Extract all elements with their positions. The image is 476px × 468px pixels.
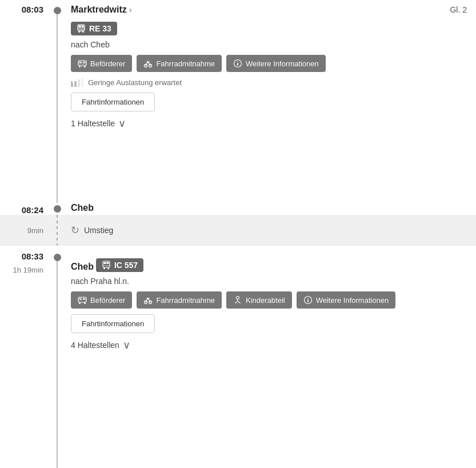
mid-section2 — [51, 251, 63, 468]
dest-praha: nach Praha hl.n. — [71, 277, 467, 286]
transfer-dashed-line — [57, 215, 58, 246]
halt-text-re33: 1 Haltestelle — [71, 119, 115, 128]
fahrrad-btn-ic557[interactable]: Fahrradmitnahme — [137, 291, 222, 309]
svg-rect-28 — [78, 64, 86, 65]
svg-point-34 — [149, 63, 150, 65]
dot-cheb-arr — [54, 205, 61, 213]
dot-08-03 — [54, 7, 61, 14]
svg-rect-21 — [78, 29, 85, 30]
svg-rect-38 — [71, 83, 73, 87]
load-label: Geringe Auslastung erwartet — [88, 78, 182, 87]
weitere-btn-re33-2[interactable]: Weitere Informationen — [226, 55, 326, 72]
svg-point-36 — [237, 61, 238, 62]
svg-point-48 — [107, 267, 109, 269]
time-left-08-03: 08:03 — [0, 5, 51, 203]
fahrt-btn-ic557[interactable]: Fahrtinformationen — [71, 314, 155, 333]
dot-08-33 — [54, 254, 61, 261]
transfer-time-col: 9min — [0, 215, 51, 246]
transfer-content: ↺ Umstieg — [63, 215, 476, 246]
info-icon-ic557 — [303, 295, 313, 305]
section-cheb-depart: 08:33 1h 19min Cheb IC 557 nach P — [0, 246, 476, 468]
svg-rect-26 — [79, 62, 82, 64]
ic557-label: IC 557 — [114, 261, 138, 270]
line-section1 — [57, 14, 58, 203]
btns-re33: Beförderer Fahrradmitnahme — [71, 55, 467, 72]
svg-point-52 — [79, 302, 81, 304]
station-cheb-arr: Cheb — [71, 203, 94, 213]
child-icon-ic557 — [233, 295, 242, 305]
weitere-label-re33: Weitere Informationen — [246, 59, 319, 68]
time-left-08-33: 08:33 1h 19min — [0, 251, 51, 468]
transfer-section: 9min ↺ Umstieg — [0, 215, 476, 246]
svg-rect-27 — [83, 62, 86, 64]
gl-2: Gl. 2 — [450, 5, 467, 14]
train-icon-ic557 — [102, 261, 111, 270]
fahrrad-label-re33: Fahrradmitnahme — [156, 59, 215, 68]
bus-icon-ic557 — [78, 295, 87, 305]
mid-cheb-arr — [51, 203, 63, 213]
fahrrad-ic557-label: Fahrradmitnahme — [156, 296, 215, 305]
kinder-btn-ic557[interactable]: Kinderabteil — [226, 291, 292, 309]
load-section: Geringe Auslastung erwartet — [71, 78, 467, 87]
svg-rect-37 — [237, 63, 238, 66]
svg-rect-45 — [106, 262, 109, 265]
svg-point-60 — [307, 298, 309, 299]
station-cheb-depart: Cheb — [71, 262, 94, 271]
svg-rect-61 — [307, 299, 309, 302]
arrow-marktredwitz: › — [129, 5, 132, 14]
station-marktredwitz: Marktredwitz — [71, 5, 127, 15]
svg-point-30 — [84, 66, 86, 67]
beförderer-label-re33: Beförderer — [90, 59, 125, 68]
time-left-08-24: 08:24 — [0, 203, 51, 215]
bus-icon-re33 — [78, 59, 87, 68]
dest-cheb: nach Cheb — [71, 40, 467, 49]
fahrt-btn-re33-2[interactable]: Fahrtinformationen — [71, 93, 155, 111]
beförderer-ic557-label: Beförderer — [90, 296, 125, 305]
fahrt-label-ic557: Fahrtinformationen — [82, 319, 144, 328]
weitere-ic557-label: Weitere Informationen — [316, 296, 389, 305]
transfer-duration: 9min — [27, 226, 43, 235]
fahrt-label-re33: Fahrtinformationen — [82, 98, 144, 106]
transfer-label: Umstieg — [84, 226, 113, 235]
badge-re33: RE 33 — [71, 22, 117, 35]
svg-rect-20 — [82, 26, 84, 28]
section-depart: 08:03 Marktredwitz › Gl. 2 — [0, 0, 476, 203]
svg-rect-24 — [79, 31, 83, 32]
svg-rect-40 — [78, 79, 80, 87]
chevron-re33: ∨ — [118, 118, 126, 129]
svg-rect-41 — [81, 78, 83, 87]
mid-section1 — [51, 5, 63, 203]
transfer-icon: ↺ — [71, 224, 79, 237]
svg-rect-46 — [103, 265, 110, 266]
svg-point-57 — [237, 297, 239, 299]
transfer-mid — [51, 215, 63, 246]
section-cheb-arrival: 08:24 Cheb — [0, 203, 476, 215]
content-section2: Cheb IC 557 nach Praha hl.n. — [63, 251, 476, 468]
fahrrad-btn-re33-2[interactable]: Fahrradmitnahme — [137, 55, 222, 72]
svg-point-42 — [71, 81, 73, 83]
kinder-ic557-label: Kinderabteil — [246, 296, 285, 305]
bike-icon-re33 — [143, 59, 153, 68]
svg-rect-39 — [74, 81, 77, 87]
station-header-marktredwitz: Marktredwitz › Gl. 2 — [71, 5, 467, 15]
svg-rect-51 — [83, 298, 86, 301]
svg-rect-19 — [79, 26, 81, 28]
svg-point-47 — [103, 267, 105, 269]
chevron-ic557: ∨ — [123, 340, 130, 350]
svg-rect-44 — [103, 262, 106, 265]
info-icon-re33 — [233, 59, 242, 68]
content-cheb-arr: Cheb — [63, 203, 476, 213]
time-08-24: 08:24 — [22, 205, 43, 215]
btns-ic557: Beförderer Fahrradmitnahme — [71, 291, 467, 309]
bike-icon-ic557 — [143, 295, 153, 305]
time-08-33: 08:33 — [0, 251, 43, 261]
svg-rect-50 — [79, 298, 82, 301]
beförderer-btn-ic557[interactable]: Beförderer — [71, 291, 132, 309]
halt-expand-ic557[interactable]: 4 Haltestellen ∨ — [71, 340, 467, 350]
beförderer-btn[interactable]: Beförderer — [71, 55, 132, 72]
weitere-btn-ic557[interactable]: Weitere Informationen — [297, 291, 396, 309]
halt-text-ic557: 4 Haltestellen — [71, 341, 119, 350]
halt-expand-re33[interactable]: 1 Haltestelle ∨ — [71, 118, 467, 129]
content-section1: Marktredwitz › Gl. 2 RE 33 nach Cheb — [63, 5, 476, 203]
duration-1h19: 1h 19min — [0, 266, 43, 274]
